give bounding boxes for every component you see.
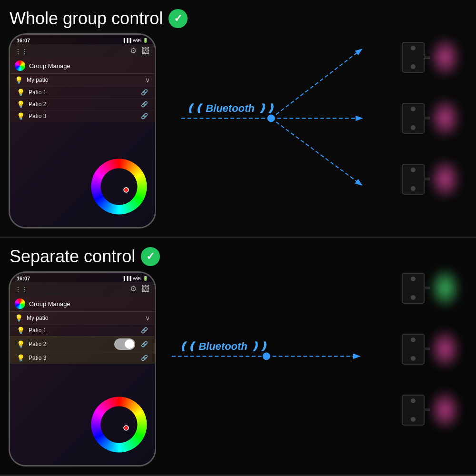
bottom-my-patio-label: My patio: [27, 315, 141, 321]
top-patio2-bulb: 💡: [17, 100, 25, 108]
top-device-strip-3: [402, 164, 425, 195]
bottom-device-2: [402, 327, 462, 370]
top-title-area: Whole group control ✓: [10, 9, 188, 29]
bottom-device-3: [402, 388, 462, 431]
svg-line-8: [271, 119, 361, 185]
top-status-time: 16:07: [17, 38, 30, 43]
top-device-3: [402, 158, 462, 200]
bottom-check-badge: ✓: [141, 247, 160, 266]
top-panel-title: Whole group control: [10, 9, 163, 29]
top-bolt-top-2: [411, 107, 416, 111]
top-glow-3: [428, 158, 462, 200]
bottom-my-patio-row[interactable]: 💡 My patio ∨: [10, 311, 155, 324]
bottom-device-1: [402, 267, 462, 309]
top-app-topbar: ⋮⋮ ⚙ 🖼: [10, 44, 155, 58]
top-chevron-icon: ∨: [145, 76, 150, 84]
top-my-patio-row[interactable]: 💡 My patio ∨: [10, 73, 155, 86]
top-device-2: [402, 97, 462, 139]
bottom-patio3-row[interactable]: 💡 Patio 3 🔗: [10, 352, 155, 364]
bottom-color-circle: [15, 298, 25, 309]
top-patio1-link: 🔗: [141, 89, 148, 96]
top-device-strip-2: [402, 103, 425, 134]
bottom-patio2-row[interactable]: 💡 Patio 2 🔗: [10, 336, 155, 352]
top-color-wheel-svg: [88, 156, 150, 218]
bottom-gear-icon: ⚙: [130, 284, 137, 294]
bottom-patio3-bulb: 💡: [17, 354, 25, 362]
bottom-patio2-bulb: 💡: [17, 340, 25, 348]
bottom-bluetooth-label: ❪❪ Bluetooth ❫❫: [178, 340, 268, 353]
bottom-color-wheel: [88, 394, 150, 456]
top-color-wheel: [88, 156, 150, 218]
top-bolt-top-3: [411, 168, 416, 172]
top-glow-1: [428, 36, 462, 79]
top-status-bar: 16:07 ▐▐▐ WiFi 🔋: [10, 35, 155, 44]
top-patio3-row[interactable]: 💡 Patio 3 🔗: [10, 110, 155, 122]
svg-point-3: [124, 188, 129, 192]
bottom-app-topbar: ⋮⋮ ⚙ 🖼: [10, 282, 155, 296]
top-bolt-bot-3: [411, 186, 416, 191]
top-group-label: Group Manage: [29, 62, 150, 69]
bottom-patio1-row[interactable]: 💡 Patio 1 🔗: [10, 324, 155, 336]
bottom-devices-container: [402, 267, 462, 431]
top-patio2-link: 🔗: [141, 101, 148, 108]
top-phone-screen: 16:07 ▐▐▐ WiFi 🔋 ⋮⋮ ⚙ 🖼: [10, 35, 155, 227]
top-topbar-right: ⚙ 🖼: [130, 46, 150, 56]
bottom-panel-title: Separate control: [10, 247, 135, 267]
top-devices-container: [402, 36, 462, 200]
top-patio2-label: Patio 2: [29, 101, 137, 108]
bottom-patio3-link: 🔗: [141, 355, 148, 361]
bottom-status-bar: 16:07 ▐▐▐ WiFi 🔋: [10, 273, 155, 282]
top-image-icon: 🖼: [141, 46, 150, 56]
bottom-chevron-icon: ∨: [145, 314, 150, 322]
top-phone-mockup: 16:07 ▐▐▐ WiFi 🔋 ⋮⋮ ⚙ 🖼: [9, 33, 156, 228]
top-glow-2: [428, 97, 462, 139]
top-bolt-top-1: [411, 46, 416, 50]
bottom-bolt-top-3: [411, 398, 416, 403]
bottom-patio2-toggle-knob: [125, 339, 134, 349]
top-device-strip-1: [402, 42, 425, 73]
bottom-group-label: Group Manage: [29, 300, 150, 307]
top-patio3-bulb: 💡: [17, 112, 25, 120]
top-patio3-link: 🔗: [141, 113, 148, 119]
top-bluetooth-label: ❪❪ Bluetooth ❫❫: [186, 102, 275, 115]
bottom-patio1-bulb: 💡: [17, 327, 25, 334]
svg-point-9: [124, 426, 129, 430]
top-bolt-bot-2: [411, 125, 416, 130]
top-phone-frame: 16:07 ▐▐▐ WiFi 🔋 ⋮⋮ ⚙ 🖼: [9, 33, 156, 228]
top-patio3-label: Patio 3: [29, 113, 137, 119]
bottom-title-area: Separate control ✓: [10, 247, 160, 267]
bottom-glow-1: [428, 267, 462, 309]
top-device-1: [402, 36, 462, 79]
bottom-patio3-label: Patio 3: [29, 355, 137, 361]
top-patio1-bulb: 💡: [17, 89, 25, 96]
bottom-phone-frame: 16:07 ▐▐▐ WiFi 🔋 ⋮⋮ ⚙ 🖼: [9, 271, 156, 466]
bottom-group-row[interactable]: Group Manage: [10, 296, 155, 311]
bottom-patio2-link: 🔗: [141, 341, 148, 347]
bottom-glow-2: [428, 327, 462, 370]
bottom-device-strip-3: [402, 395, 425, 426]
bottom-patio1-link: 🔗: [141, 327, 148, 334]
top-color-circle: [15, 60, 25, 71]
bottom-glow-3: [428, 388, 462, 431]
bottom-patio2-label: Patio 2: [29, 341, 110, 347]
bottom-bolt-bot-2: [411, 356, 416, 361]
top-group-row[interactable]: Group Manage: [10, 58, 155, 73]
svg-point-4: [268, 115, 275, 122]
top-check-badge: ✓: [169, 9, 188, 28]
bottom-bolt-top-1: [411, 277, 416, 281]
bottom-status-icons: ▐▐▐ WiFi 🔋: [122, 276, 148, 281]
top-panel: Whole group control ✓ 16:07 ▐▐▐ WiFi 🔋: [0, 0, 476, 238]
svg-point-10: [263, 353, 270, 360]
top-bolt-bot-1: [411, 64, 416, 69]
bottom-bolt-bot-1: [411, 295, 416, 300]
bottom-status-time: 16:07: [17, 276, 30, 281]
top-patio1-label: Patio 1: [29, 89, 137, 96]
bottom-panel: Separate control ✓ 16:07 ▐▐▐ WiFi 🔋: [0, 238, 476, 476]
bottom-phone-screen: 16:07 ▐▐▐ WiFi 🔋 ⋮⋮ ⚙ 🖼: [10, 273, 155, 465]
bottom-patio2-toggle[interactable]: [114, 338, 135, 350]
top-patio2-row[interactable]: 💡 Patio 2 🔗: [10, 98, 155, 110]
top-patio1-row[interactable]: 💡 Patio 1 🔗: [10, 86, 155, 98]
bottom-dot-grid-icon: ⋮⋮: [15, 286, 28, 293]
bottom-bulb-icon: 💡: [15, 314, 23, 322]
bottom-patio1-label: Patio 1: [29, 327, 137, 334]
